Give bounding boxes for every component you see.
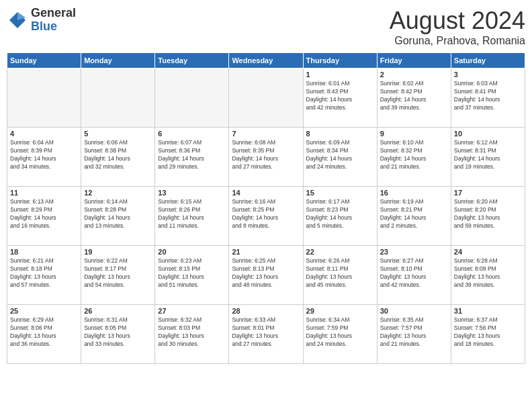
day-info: Sunrise: 6:02 AMSunset: 8:42 PMDaylight:… — [380, 80, 448, 112]
calendar-cell: 21Sunrise: 6:25 AMSunset: 8:13 PMDayligh… — [229, 246, 303, 305]
weekday-header-tuesday: Tuesday — [155, 53, 229, 68]
day-info: Sunrise: 6:27 AMSunset: 8:10 PMDaylight:… — [380, 257, 448, 289]
logo-icon — [7, 9, 28, 31]
weekday-header-sunday: Sunday — [7, 53, 81, 68]
day-info: Sunrise: 6:14 AMSunset: 8:28 PMDaylight:… — [84, 198, 152, 230]
calendar-week-row: 11Sunrise: 6:13 AMSunset: 8:29 PMDayligh… — [7, 187, 525, 246]
calendar-cell — [81, 68, 155, 128]
calendar-cell: 28Sunrise: 6:33 AMSunset: 8:01 PMDayligh… — [229, 305, 303, 364]
calendar-cell: 23Sunrise: 6:27 AMSunset: 8:10 PMDayligh… — [377, 246, 451, 305]
day-info: Sunrise: 6:20 AMSunset: 8:20 PMDaylight:… — [454, 198, 522, 230]
calendar-week-row: 1Sunrise: 6:01 AMSunset: 8:43 PMDaylight… — [7, 68, 525, 128]
day-number: 26 — [84, 307, 152, 315]
page-header: General Blue August 2024 Goruna, Prahova… — [7, 7, 525, 47]
day-number: 3 — [454, 71, 522, 79]
day-number: 22 — [306, 248, 374, 256]
day-info: Sunrise: 6:15 AMSunset: 8:26 PMDaylight:… — [158, 198, 226, 230]
calendar-cell: 6Sunrise: 6:07 AMSunset: 8:36 PMDaylight… — [155, 128, 229, 187]
calendar-cell: 11Sunrise: 6:13 AMSunset: 8:29 PMDayligh… — [7, 187, 81, 246]
day-info: Sunrise: 6:25 AMSunset: 8:13 PMDaylight:… — [232, 257, 300, 289]
weekday-header-monday: Monday — [81, 53, 155, 68]
calendar-cell: 13Sunrise: 6:15 AMSunset: 8:26 PMDayligh… — [155, 187, 229, 246]
calendar-cell: 12Sunrise: 6:14 AMSunset: 8:28 PMDayligh… — [81, 187, 155, 246]
calendar-cell: 9Sunrise: 6:10 AMSunset: 8:32 PMDaylight… — [377, 128, 451, 187]
calendar-cell: 1Sunrise: 6:01 AMSunset: 8:43 PMDaylight… — [303, 68, 377, 128]
calendar-cell: 22Sunrise: 6:26 AMSunset: 8:11 PMDayligh… — [303, 246, 377, 305]
weekday-header-wednesday: Wednesday — [229, 53, 303, 68]
day-info: Sunrise: 6:32 AMSunset: 8:03 PMDaylight:… — [158, 316, 226, 349]
location: Goruna, Prahova, Romania — [390, 35, 525, 47]
weekday-header-friday: Friday — [377, 53, 451, 68]
day-number: 14 — [232, 189, 300, 197]
day-number: 16 — [380, 189, 448, 197]
logo-general-text: General — [31, 7, 76, 20]
calendar-cell: 30Sunrise: 6:35 AMSunset: 7:57 PMDayligh… — [377, 305, 451, 364]
day-number: 15 — [306, 189, 374, 197]
weekday-header-saturday: Saturday — [451, 53, 525, 68]
calendar-cell: 4Sunrise: 6:04 AMSunset: 8:39 PMDaylight… — [7, 128, 81, 187]
day-info: Sunrise: 6:10 AMSunset: 8:32 PMDaylight:… — [380, 139, 448, 171]
day-info: Sunrise: 6:26 AMSunset: 8:11 PMDaylight:… — [306, 257, 374, 289]
logo: General Blue — [7, 7, 76, 34]
calendar-week-row: 18Sunrise: 6:21 AMSunset: 8:18 PMDayligh… — [7, 246, 525, 305]
day-info: Sunrise: 6:28 AMSunset: 8:08 PMDaylight:… — [454, 257, 522, 289]
month-title: August 2024 — [390, 7, 525, 35]
day-number: 2 — [380, 71, 448, 79]
calendar-cell: 3Sunrise: 6:03 AMSunset: 8:41 PMDaylight… — [451, 68, 525, 128]
title-block: August 2024 Goruna, Prahova, Romania — [390, 7, 525, 47]
day-info: Sunrise: 6:37 AMSunset: 7:56 PMDaylight:… — [454, 316, 522, 349]
day-info: Sunrise: 6:08 AMSunset: 8:35 PMDaylight:… — [232, 139, 300, 171]
calendar-cell: 31Sunrise: 6:37 AMSunset: 7:56 PMDayligh… — [451, 305, 525, 364]
day-info: Sunrise: 6:21 AMSunset: 8:18 PMDaylight:… — [10, 257, 78, 289]
day-number: 10 — [454, 130, 522, 138]
calendar-cell — [7, 68, 81, 128]
day-info: Sunrise: 6:22 AMSunset: 8:17 PMDaylight:… — [84, 257, 152, 289]
calendar-cell: 27Sunrise: 6:32 AMSunset: 8:03 PMDayligh… — [155, 305, 229, 364]
day-number: 29 — [306, 307, 374, 315]
day-number: 25 — [10, 307, 78, 315]
calendar-cell: 19Sunrise: 6:22 AMSunset: 8:17 PMDayligh… — [81, 246, 155, 305]
calendar-table: SundayMondayTuesdayWednesdayThursdayFrid… — [7, 52, 525, 364]
day-number: 19 — [84, 248, 152, 256]
calendar-cell: 26Sunrise: 6:31 AMSunset: 8:05 PMDayligh… — [81, 305, 155, 364]
day-number: 13 — [158, 189, 226, 197]
day-number: 6 — [158, 130, 226, 138]
day-number: 8 — [306, 130, 374, 138]
day-number: 17 — [454, 189, 522, 197]
day-number: 9 — [380, 130, 448, 138]
day-number: 27 — [158, 307, 226, 315]
day-info: Sunrise: 6:04 AMSunset: 8:39 PMDaylight:… — [10, 139, 78, 171]
day-number: 7 — [232, 130, 300, 138]
day-info: Sunrise: 6:33 AMSunset: 8:01 PMDaylight:… — [232, 316, 300, 349]
day-info: Sunrise: 6:23 AMSunset: 8:15 PMDaylight:… — [158, 257, 226, 289]
day-info: Sunrise: 6:03 AMSunset: 8:41 PMDaylight:… — [454, 80, 522, 112]
day-info: Sunrise: 6:06 AMSunset: 8:38 PMDaylight:… — [84, 139, 152, 171]
day-number: 12 — [84, 189, 152, 197]
calendar-cell: 17Sunrise: 6:20 AMSunset: 8:20 PMDayligh… — [451, 187, 525, 246]
calendar-week-row: 25Sunrise: 6:29 AMSunset: 8:06 PMDayligh… — [7, 305, 525, 364]
day-info: Sunrise: 6:01 AMSunset: 8:43 PMDaylight:… — [306, 80, 374, 112]
calendar-cell: 10Sunrise: 6:12 AMSunset: 8:31 PMDayligh… — [451, 128, 525, 187]
calendar-cell: 25Sunrise: 6:29 AMSunset: 8:06 PMDayligh… — [7, 305, 81, 364]
calendar-cell — [155, 68, 229, 128]
calendar-cell: 24Sunrise: 6:28 AMSunset: 8:08 PMDayligh… — [451, 246, 525, 305]
weekday-header-row: SundayMondayTuesdayWednesdayThursdayFrid… — [7, 53, 525, 68]
day-info: Sunrise: 6:17 AMSunset: 8:23 PMDaylight:… — [306, 198, 374, 230]
day-number: 28 — [232, 307, 300, 315]
calendar-cell: 5Sunrise: 6:06 AMSunset: 8:38 PMDaylight… — [81, 128, 155, 187]
day-number: 31 — [454, 307, 522, 315]
calendar-cell: 29Sunrise: 6:34 AMSunset: 7:59 PMDayligh… — [303, 305, 377, 364]
day-number: 5 — [84, 130, 152, 138]
day-info: Sunrise: 6:16 AMSunset: 8:25 PMDaylight:… — [232, 198, 300, 230]
day-info: Sunrise: 6:29 AMSunset: 8:06 PMDaylight:… — [10, 316, 78, 349]
day-info: Sunrise: 6:12 AMSunset: 8:31 PMDaylight:… — [454, 139, 522, 171]
weekday-header-thursday: Thursday — [303, 53, 377, 68]
day-info: Sunrise: 6:13 AMSunset: 8:29 PMDaylight:… — [10, 198, 78, 230]
calendar-cell: 7Sunrise: 6:08 AMSunset: 8:35 PMDaylight… — [229, 128, 303, 187]
day-info: Sunrise: 6:07 AMSunset: 8:36 PMDaylight:… — [158, 139, 226, 171]
calendar-cell — [229, 68, 303, 128]
day-info: Sunrise: 6:09 AMSunset: 8:34 PMDaylight:… — [306, 139, 374, 171]
logo-blue-text: Blue — [31, 20, 76, 34]
calendar-week-row: 4Sunrise: 6:04 AMSunset: 8:39 PMDaylight… — [7, 128, 525, 187]
calendar-cell: 2Sunrise: 6:02 AMSunset: 8:42 PMDaylight… — [377, 68, 451, 128]
